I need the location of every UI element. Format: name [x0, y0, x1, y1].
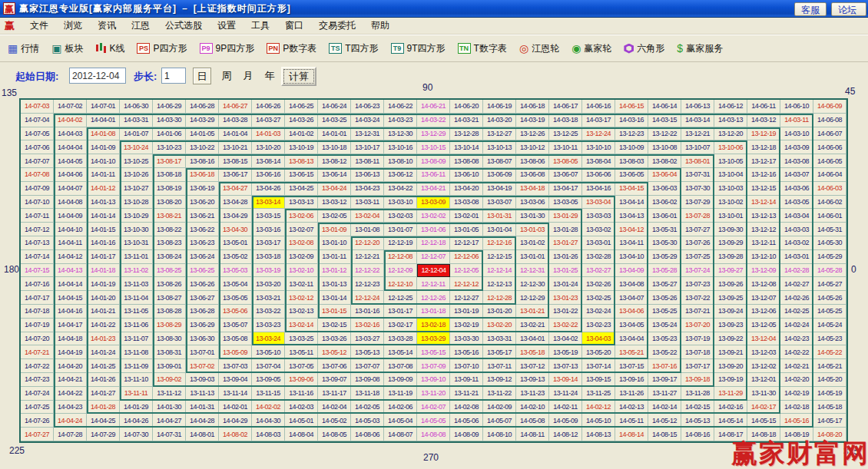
grid-cell[interactable]: 14-07-23 [21, 373, 54, 387]
grid-cell[interactable]: 13-03-04 [582, 196, 615, 210]
grid-cell[interactable]: 14-02-16 [714, 401, 747, 415]
grid-cell[interactable]: 14-07-31 [153, 428, 186, 441]
grid-cell[interactable]: 14-08-10 [483, 428, 516, 441]
grid-cell[interactable]: 13-08-21 [153, 209, 186, 223]
grid-cell[interactable]: 13-10-20 [252, 140, 285, 154]
grid-cell[interactable]: 14-02-02 [252, 401, 285, 415]
grid-cell[interactable]: 13-10-22 [186, 140, 219, 154]
grid-cell[interactable]: 14-06-18 [516, 100, 549, 114]
grid-cell[interactable]: 13-05-03 [219, 264, 252, 278]
grid-cell[interactable]: 13-12-28 [450, 127, 483, 141]
grid-cell[interactable]: 13-05-12 [318, 345, 351, 359]
grid-cell[interactable]: 14-07-07 [21, 154, 54, 168]
grid-cell[interactable]: 13-02-19 [450, 319, 483, 332]
grid-cell[interactable]: 13-03-15 [252, 209, 285, 223]
grid-cell[interactable]: 13-03-25 [285, 332, 318, 346]
grid-cell[interactable]: 13-06-24 [186, 250, 219, 264]
grid-cell[interactable]: 14-05-14 [714, 414, 747, 428]
grid-cell[interactable]: 14-02-08 [450, 401, 483, 415]
grid-cell[interactable]: 14-05-26 [813, 291, 846, 305]
grid-cell[interactable]: 13-11-12 [153, 387, 186, 401]
grid-cell[interactable]: 13-11-04 [120, 291, 153, 305]
grid-cell[interactable]: 13-12-22 [648, 127, 681, 141]
grid-cell[interactable]: 13-11-29 [714, 387, 747, 401]
grid-cell[interactable]: 13-07-11 [483, 359, 516, 373]
grid-cell[interactable]: 13-01-11 [318, 250, 351, 264]
grid-cell[interactable]: 14-07-25 [21, 401, 54, 415]
grid-cell[interactable]: 13-06-27 [186, 291, 219, 305]
grid-cell[interactable]: 13-06-04 [648, 168, 681, 182]
grid-cell[interactable]: 14-01-05 [186, 127, 219, 141]
grid-cell[interactable]: 13-09-20 [714, 359, 747, 373]
grid-cell[interactable]: 14-06-01 [813, 209, 846, 223]
grid-cell[interactable]: 14-05-23 [813, 332, 846, 346]
grid-cell[interactable]: 14-05-24 [813, 319, 846, 332]
grid-cell[interactable]: 13-12-19 [747, 127, 780, 141]
grid-cell[interactable]: 14-05-09 [549, 414, 582, 428]
grid-cell[interactable]: 13-08-17 [153, 154, 186, 168]
unit-year-button[interactable]: 年 [260, 68, 279, 84]
grid-cell[interactable]: 13-10-26 [120, 168, 153, 182]
grid-cell[interactable]: 14-06-30 [120, 100, 153, 114]
grid-cell[interactable]: 13-08-15 [219, 154, 252, 168]
grid-cell[interactable]: 13-11-06 [120, 319, 153, 332]
grid-cell[interactable]: 13-02-21 [516, 319, 549, 332]
grid-cell[interactable]: 14-03-30 [153, 114, 186, 127]
grid-cell[interactable]: 13-06-30 [186, 332, 219, 346]
grid-cell[interactable]: 14-01-10 [87, 154, 120, 168]
grid-cell[interactable]: 13-01-27 [549, 236, 582, 250]
grid-cell[interactable]: 14-05-19 [813, 387, 846, 401]
grid-cell[interactable]: 13-04-06 [615, 305, 648, 319]
grid-cell[interactable]: 13-07-19 [681, 332, 714, 346]
grid-cell[interactable]: 14-04-29 [219, 414, 252, 428]
grid-cell[interactable]: 13-11-09 [120, 359, 153, 373]
menu-item-6[interactable]: 工具 [244, 18, 277, 34]
grid-cell[interactable]: 13-11-24 [549, 387, 582, 401]
grid-cell[interactable]: 14-05-21 [813, 359, 846, 373]
grid-cell[interactable]: 14-04-11 [54, 236, 87, 250]
grid-cell[interactable]: 13-09-27 [714, 264, 747, 278]
grid-cell[interactable]: 13-08-07 [483, 154, 516, 168]
sectors-tool[interactable]: ▣板块 [51, 42, 83, 55]
grid-cell[interactable]: 13-03-18 [252, 250, 285, 264]
grid-cell[interactable]: 14-01-28 [87, 401, 120, 415]
grid-cell[interactable]: 14-08-04 [285, 428, 318, 441]
grid-cell[interactable]: 14-07-08 [21, 168, 54, 182]
grid-cell[interactable]: 13-01-06 [417, 223, 450, 236]
grid-cell[interactable]: 14-06-03 [813, 182, 846, 196]
grid-cell[interactable]: 14-02-11 [549, 401, 582, 415]
grid-cell[interactable]: 14-06-15 [615, 100, 648, 114]
grid-cell[interactable]: 13-08-13 [285, 154, 318, 168]
grid-cell[interactable]: 13-11-08 [120, 345, 153, 359]
grid-cell[interactable]: 14-01-15 [87, 223, 120, 236]
grid-cell[interactable]: 13-05-25 [648, 305, 681, 319]
grid-cell[interactable]: 13-01-13 [318, 277, 351, 291]
grid-cell[interactable]: 14-03-07 [780, 168, 813, 182]
grid-cell[interactable]: 13-10-18 [318, 140, 351, 154]
grid-cell[interactable]: 14-02-23 [780, 332, 813, 346]
grid-cell[interactable]: 14-06-20 [450, 100, 483, 114]
grid-cell[interactable]: 14-07-26 [21, 414, 54, 428]
menu-item-5[interactable]: 设置 [210, 18, 244, 34]
grid-cell[interactable]: 13-02-13 [285, 305, 318, 319]
grid-cell[interactable]: 13-09-24 [714, 305, 747, 319]
grid-cell[interactable]: 13-07-02 [186, 359, 219, 373]
grid-cell[interactable]: 13-10-16 [384, 140, 417, 154]
grid-cell[interactable]: 13-09-23 [714, 319, 747, 332]
grid-cell[interactable]: 13-08-20 [153, 196, 186, 210]
grid-cell[interactable]: 13-09-04 [219, 373, 252, 387]
grid-cell[interactable]: 13-12-02 [747, 359, 780, 373]
grid-cell[interactable]: 13-10-10 [582, 140, 615, 154]
grid-cell[interactable]: 13-03-26 [318, 332, 351, 346]
grid-cell[interactable]: 13-07-05 [285, 359, 318, 373]
grid-cell[interactable]: 14-04-12 [54, 250, 87, 264]
grid-cell[interactable]: 14-06-13 [681, 100, 714, 114]
grid-cell[interactable]: 13-05-19 [549, 345, 582, 359]
grid-cell[interactable]: 14-05-28 [813, 264, 846, 278]
grid-cell[interactable]: 13-04-22 [384, 182, 417, 196]
grid-cell[interactable]: 14-02-20 [780, 373, 813, 387]
grid-cell[interactable]: 14-06-28 [186, 100, 219, 114]
grid-cell[interactable]: 13-04-08 [615, 277, 648, 291]
grid-cell[interactable]: 13-11-22 [483, 387, 516, 401]
grid-cell[interactable]: 13-08-26 [153, 277, 186, 291]
